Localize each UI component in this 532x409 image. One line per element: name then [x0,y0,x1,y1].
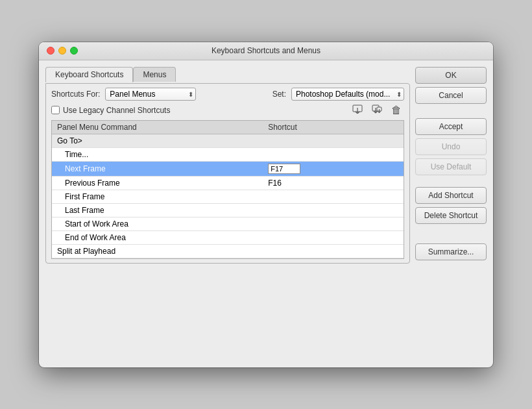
legacy-label: Use Legacy Channel Shortcuts [63,106,170,115]
shortcuts-table: Panel Menu Command Shortcut Go To> Time.… [51,120,404,259]
delete-shortcut-button[interactable]: Delete Shortcut [415,207,487,224]
save-as-icon-btn[interactable] [369,103,385,118]
close-button[interactable] [47,47,54,55]
table-row[interactable]: Last Frame [52,204,404,217]
table-row-next-frame[interactable]: Next Frame [52,162,404,177]
table-row[interactable]: Previous Frame F16 [52,177,404,190]
command-cell: Time... [52,148,263,161]
accept-button[interactable]: Accept [415,118,487,135]
title-bar: Keyboard Shortcuts and Menus [39,42,493,60]
command-cell: First Frame [52,190,263,203]
command-cell: Split at Playhead [52,245,263,258]
shortcut-cell: F16 [263,177,404,190]
shortcut-cell [263,222,404,226]
table-row[interactable]: First Frame [52,190,404,204]
shortcut-cell [263,162,404,176]
shortcut-cell [263,236,404,240]
set-select-wrapper: Photoshop Defaults (mod... [291,88,404,101]
table-row[interactable]: Split at Playhead [52,245,404,258]
add-shortcut-button[interactable]: Add Shortcut [415,187,487,204]
set-label: Set: [272,90,286,99]
table-body: Go To> Time... Next Frame [52,134,404,258]
shortcuts-for-label: Shortcuts For: [51,90,100,99]
window-title: Keyboard Shortcuts and Menus [212,46,320,55]
table-row[interactable]: Start of Work Area [52,217,404,231]
legacy-checkbox[interactable] [51,106,60,114]
summarize-button[interactable]: Summarize... [415,243,487,260]
command-cell: End of Work Area [52,231,263,244]
shortcuts-for-select[interactable]: Panel Menus Application Menus Tools [105,88,196,101]
command-cell: Start of Work Area [52,217,263,230]
column-header-command: Panel Menu Command [52,123,263,132]
command-cell: Last Frame [52,204,263,217]
shortcut-cell [263,153,404,156]
maximize-button[interactable] [70,47,78,55]
shortcut-cell [263,195,404,199]
shortcut-cell [263,139,404,143]
shortcut-cell [263,249,404,253]
command-cell: Previous Frame [52,177,263,190]
shortcut-cell [263,208,404,212]
table-row[interactable]: End of Work Area [52,231,404,245]
cancel-button[interactable]: Cancel [415,87,487,104]
column-header-shortcut: Shortcut [263,123,404,132]
main-window: Keyboard Shortcuts and Menus Keyboard Sh… [39,42,493,367]
shortcut-input[interactable] [268,164,300,174]
use-default-button[interactable]: Use Default [415,158,487,175]
tabs-row: Keyboard Shortcuts Menus [45,67,410,82]
minimize-button[interactable] [58,47,66,55]
command-cell: Next Frame [52,162,263,175]
tab-menus[interactable]: Menus [133,67,176,82]
tab-keyboard-shortcuts[interactable]: Keyboard Shortcuts [45,67,133,82]
traffic-lights [47,47,78,55]
ok-button[interactable]: OK [415,67,487,84]
table-header: Panel Menu Command Shortcut [52,121,404,134]
save-icon-btn[interactable] [350,103,365,118]
undo-button[interactable]: Undo [415,138,487,155]
shortcuts-for-select-wrapper: Panel Menus Application Menus Tools [105,88,196,101]
right-panel: OK Cancel Accept Undo Use Default Add Sh… [415,67,487,260]
window-content: Keyboard Shortcuts Menus Shortcuts For: … [39,60,493,367]
table-row[interactable]: Time... [52,148,404,162]
empty-area [45,270,487,361]
table-row[interactable]: Go To> [52,134,404,148]
command-cell: Go To> [52,134,263,147]
delete-set-icon-btn[interactable]: 🗑 [389,103,404,118]
set-select[interactable]: Photoshop Defaults (mod... [291,88,404,101]
